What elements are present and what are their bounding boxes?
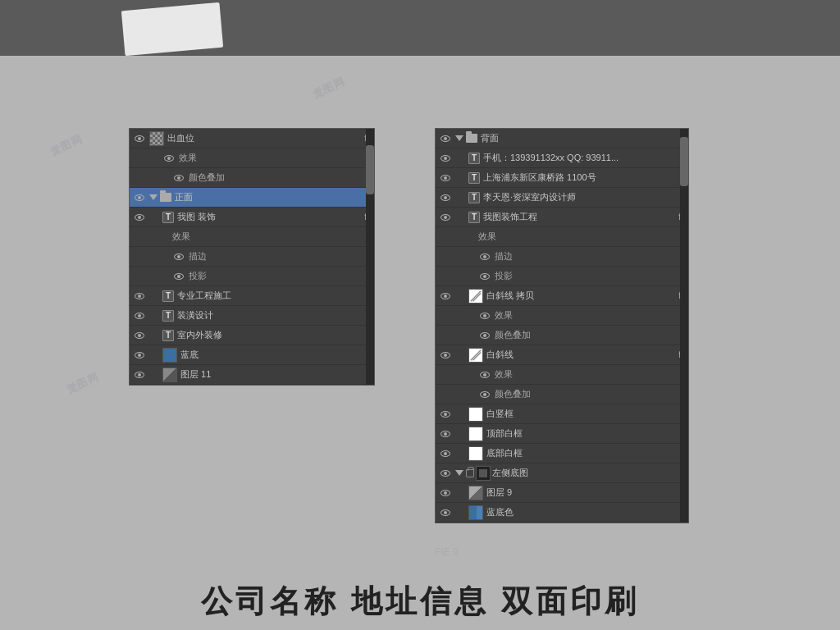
eye-icon[interactable] [439,132,452,145]
layer-name: 颜色叠加 [495,329,685,341]
main-area: 觉图网 觉图网 觉图网 觉图网 觉图网 觉图网 出血位 fx 效果 [0,56,840,630]
layer-name: 效果 [478,231,685,243]
layer-row[interactable]: 效果 [130,227,374,247]
layer-row[interactable]: 颜色叠加 [436,385,688,404]
layer-name: 图层 11 [180,368,371,381]
layer-row[interactable]: 白斜线 fx [436,345,688,365]
eye-icon[interactable] [133,329,146,342]
eye-icon[interactable] [133,290,146,303]
folder-triangle [455,135,463,141]
layer-name: 装潢设计 [177,309,371,322]
eye-icon[interactable] [133,309,146,322]
layer-row[interactable]: T 装潢设计 [130,306,374,326]
layer-row[interactable]: 白斜线 拷贝 fx [436,286,688,306]
layer-row[interactable]: 颜色叠加 [130,168,374,188]
layer-row[interactable]: T 手机：139391132xx QQ: 93911... [436,148,688,168]
layer-name: 我图装饰工程 [483,211,675,223]
eye-icon[interactable] [439,349,452,362]
bottom-text: 公司名称 地址信息 双面印刷 [201,581,638,623]
layer-row[interactable]: T 室内外装修 [130,326,374,345]
layer-row[interactable]: 描边 [436,247,688,267]
layer-row[interactable]: 颜色叠加 [436,326,688,345]
eye-icon[interactable] [439,191,452,204]
eye-icon-sub[interactable] [172,250,185,263]
eye-icon[interactable] [439,447,452,460]
eye-icon [439,270,452,283]
layer-name: 白斜线 [486,349,675,361]
top-bar [0,0,840,56]
layer-row[interactable]: 投影 [130,267,374,286]
layer-row[interactable]: 效果 [436,306,688,326]
eye-icon-sub[interactable] [478,368,491,381]
layer-row[interactable]: 图层 11 [130,365,374,385]
eye-icon [133,250,146,263]
layer-row[interactable]: 描边 [130,247,374,267]
layer-name: 蓝底色 [486,506,685,518]
layer-row[interactable]: 背面 [436,129,688,148]
text-layer-icon: T [468,212,480,223]
eye-icon-sub[interactable] [478,250,491,263]
eye-icon-sub[interactable] [172,270,185,283]
eye-icon-sub[interactable] [478,329,491,342]
eye-icon [439,388,452,401]
layer-row[interactable]: 出血位 fx [130,129,374,148]
layer-row[interactable]: 效果 [436,365,688,385]
watermark-1: 觉图网 [310,74,348,102]
layer-thumb [162,368,177,382]
eye-icon-sub[interactable] [172,171,185,185]
layer-name: 投影 [495,270,685,282]
layer-name: 描边 [189,250,371,262]
eye-icon[interactable] [439,290,452,303]
layer-row[interactable]: 顶部白框 [436,424,688,444]
layer-name: 底部白框 [486,447,685,459]
eye-icon[interactable] [439,152,452,165]
layer-row[interactable]: 投影 [436,267,688,286]
eye-icon[interactable] [439,486,452,500]
layer-row[interactable]: T 上海浦东新区康桥路 1100号 [436,168,688,188]
layer-row[interactable]: T 我图装饰工程 fx [436,208,688,227]
eye-icon[interactable] [133,132,146,145]
text-layer-icon: T [162,310,174,322]
eye-icon[interactable] [439,171,452,185]
layer-row[interactable]: 效果 [130,148,374,168]
layer-row[interactable]: 左侧底图 [436,463,688,483]
layer-row[interactable]: T 专业工程施工 [130,286,374,306]
right-panel-scrollbar[interactable] [680,129,688,523]
scrollbar-thumb[interactable] [366,145,374,194]
eye-icon[interactable] [133,191,146,204]
eye-icon[interactable] [439,211,452,224]
eye-icon[interactable] [439,467,452,480]
eye-icon-sub[interactable] [478,270,491,283]
left-panel-scrollbar[interactable] [366,129,374,385]
layer-thumb [149,131,164,146]
eye-icon[interactable] [133,211,146,224]
lock-icon [466,469,474,477]
layer-row[interactable]: T 李天恩·资深室内设计师 [436,188,688,208]
text-layer-icon: T [468,153,480,164]
layer-row[interactable]: 白竖框 [436,404,688,424]
layer-row[interactable]: 蓝底色 [436,503,688,523]
eye-icon [439,309,452,322]
scrollbar-thumb[interactable] [680,137,688,186]
layer-row[interactable]: 效果 [436,227,688,247]
layer-name: 描边 [495,250,685,262]
eye-icon-sub[interactable] [478,388,491,401]
watermark-2: 觉图网 [48,131,85,159]
eye-icon[interactable] [439,408,452,421]
layer-row[interactable]: 底部白框 [436,444,688,463]
text-layer-icon: T [468,172,480,184]
eye-icon[interactable] [133,349,146,362]
eye-icon[interactable] [439,506,452,519]
eye-icon-sub[interactable] [478,309,491,322]
svg-rect-7 [477,505,482,520]
layer-row[interactable]: 蓝底 [130,345,374,365]
layer-row[interactable]: T 我图 装饰 fx [130,208,374,227]
eye-icon-sub[interactable] [162,152,176,165]
eye-icon[interactable] [439,427,452,441]
eye-icon[interactable] [133,368,146,381]
layer-row-selected[interactable]: 正面 [130,188,374,208]
layer-name: 颜色叠加 [495,388,685,400]
text-layer-icon: T [162,212,174,223]
text-layer-icon: T [162,330,174,341]
layer-row[interactable]: 图层 9 [436,483,688,503]
